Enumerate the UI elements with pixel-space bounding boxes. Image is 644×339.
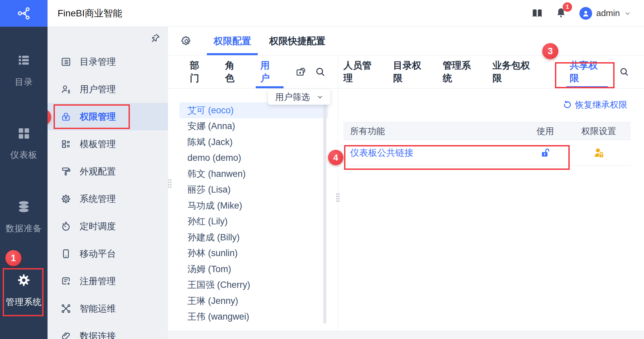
menu-item-user-mgmt[interactable]: 用户管理 [48, 76, 168, 103]
menu-item-system-mgmt[interactable]: 系统管理 [48, 185, 168, 213]
menu-item-label: 外观配置 [80, 165, 116, 178]
user-permission-setting-icon[interactable] [593, 147, 605, 158]
menu-item-label: 权限管理 [80, 111, 116, 123]
menu-item-permission-mgmt[interactable]: 权限管理 [48, 103, 168, 130]
user-filter-label: 用户筛选 [275, 91, 310, 103]
app-title: FineBI商业智能 [58, 7, 122, 20]
phone-icon [61, 248, 71, 259]
admin-menu-panel: 目录管理 用户管理 权限管理 模板管理 [48, 27, 168, 339]
user-list-item[interactable]: 马功成 (Mike) [179, 198, 328, 214]
menu-item-data-connection[interactable]: 数据连接 [48, 322, 168, 339]
database-icon [17, 200, 31, 214]
user-list-item[interactable]: 汤姆 (Tom) [179, 261, 328, 277]
rail-item-label: 仪表板 [0, 149, 48, 161]
user-list-scrollbar[interactable] [323, 97, 326, 324]
menu-item-label: 用户管理 [80, 83, 116, 95]
user-list-item[interactable]: 丽莎 (Lisa) [179, 182, 328, 198]
tab-personnel-mgmt[interactable]: 人员管理 [343, 55, 378, 88]
carrier-panel: 部门 角色 用户 用户筛选 [168, 55, 338, 331]
user-list-item[interactable]: 艾可 (eoco) [179, 102, 328, 118]
user-list: 艾可 (eoco) 安娜 (Anna) 陈斌 (Jack) demo (demo… [168, 102, 338, 325]
template-icon [61, 139, 71, 149]
user-list-item[interactable]: 陈斌 (Jack) [179, 134, 328, 150]
tab-admin-system[interactable]: 管理系统 [443, 55, 478, 88]
user-list-item[interactable]: 孙建成 (Billy) [179, 229, 328, 245]
user-list-item[interactable]: demo (demo) [179, 150, 328, 166]
settings-gear-icon[interactable] [181, 35, 192, 47]
user-list-item[interactable]: 王伟 (wangwei) [179, 309, 328, 325]
user-filter-dropdown[interactable]: 用户筛选 [268, 89, 330, 105]
top-bar: FineBI商业智能 1 admin [0, 0, 644, 27]
tab-department[interactable]: 部门 [190, 55, 208, 88]
search-icon[interactable] [315, 67, 326, 77]
paperclip-icon [61, 331, 71, 339]
rail-item-directory[interactable]: 目录 [0, 53, 48, 88]
dashboard-public-link[interactable]: 仪表板公共链接 [350, 148, 413, 158]
user-list-item[interactable]: 安娜 (Anna) [179, 118, 328, 134]
main-content: 权限配置 权限快捷配置 部门 角色 用户 [168, 27, 644, 339]
user-menu[interactable]: admin [579, 7, 631, 20]
menu-item-label: 系统管理 [80, 193, 116, 205]
tab-package-permission[interactable]: 业务包权限 [492, 55, 536, 88]
rail-item-label: 数据准备 [0, 223, 48, 234]
menu-item-template-mgmt[interactable]: 模板管理 [48, 130, 168, 158]
panel-drag-handle[interactable] [167, 179, 172, 189]
notification-count-badge: 1 [563, 2, 572, 12]
rail-item-label: 目录 [0, 76, 48, 88]
rail-item-admin-system[interactable]: 管理系统 [0, 273, 48, 308]
chevron-down-icon [624, 10, 631, 17]
permission-panel: 人员管理 目录权限 管理系统 业务包权限 共享权限 恢复继承权限 所有功能 [338, 55, 644, 331]
menu-item-registration[interactable]: 注册管理 [48, 267, 168, 295]
table-header: 所有功能 使用 权限设置 [343, 122, 631, 140]
user-list-item[interactable]: 王国强 (Cherry) [179, 277, 328, 293]
permission-table: 所有功能 使用 权限设置 仪表板公共链接 [343, 122, 631, 165]
menu-item-mobile-platform[interactable]: 移动平台 [48, 240, 168, 267]
rail-item-dashboard[interactable]: 仪表板 [0, 126, 48, 161]
panel-drag-handle[interactable] [335, 193, 340, 203]
tab-user[interactable]: 用户 [260, 55, 279, 88]
help-book-icon[interactable] [532, 8, 543, 19]
menu-item-label: 模板管理 [80, 138, 116, 150]
user-name: admin [596, 8, 620, 18]
permission-config-header: 权限配置 权限快捷配置 [168, 27, 644, 55]
tab-share-permission[interactable]: 共享权限 [570, 55, 605, 88]
menu-item-intelligent-ops[interactable]: 智能运维 [48, 295, 168, 322]
permission-carrier-icon[interactable] [296, 67, 306, 77]
rail-item-data-prep[interactable]: 数据准备 [0, 199, 48, 234]
left-rail: 目录 仪表板 数据准备 管理系统 1 [0, 27, 48, 339]
table-row: 仪表板公共链接 [343, 140, 631, 165]
tab-permission-quick-config[interactable]: 权限快捷配置 [269, 27, 325, 55]
user-list-item[interactable]: 孙林 (sunlin) [179, 245, 328, 261]
user-list-item[interactable]: 王琳 (Jenny) [179, 293, 328, 309]
menu-item-schedule[interactable]: 定时调度 [48, 213, 168, 240]
search-icon[interactable] [619, 67, 629, 77]
undo-icon [563, 100, 572, 109]
stopwatch-icon [61, 221, 71, 232]
admin-menu: 目录管理 用户管理 权限管理 模板管理 [48, 48, 168, 339]
user-list-item[interactable]: 孙红 (Lily) [179, 214, 328, 230]
paint-roller-icon [61, 166, 71, 177]
unpin-icon[interactable] [150, 33, 161, 43]
unlock-icon[interactable] [540, 147, 551, 158]
rail-item-label: 管理系统 [0, 296, 48, 308]
tab-directory-permission[interactable]: 目录权限 [393, 55, 428, 88]
menu-item-label: 定时调度 [80, 220, 116, 232]
tab-role[interactable]: 角色 [225, 55, 243, 88]
tab-permission-config[interactable]: 权限配置 [214, 27, 251, 55]
chevron-down-icon [317, 94, 323, 100]
carrier-tabs: 部门 角色 用户 [168, 55, 338, 89]
menu-item-directory-mgmt[interactable]: 目录管理 [48, 48, 168, 76]
column-header-use: 使用 [524, 125, 567, 137]
lock-icon [61, 111, 71, 122]
app-logo[interactable] [0, 0, 48, 27]
column-header-setting: 权限设置 [567, 125, 631, 137]
notifications[interactable]: 1 [556, 7, 566, 20]
user-list-item[interactable]: 韩文 (hanwen) [179, 166, 328, 182]
doc-plus-icon [61, 276, 71, 287]
menu-item-label: 数据连接 [80, 330, 116, 339]
directory-list-icon [17, 53, 31, 67]
network-nodes-icon [61, 303, 71, 314]
menu-item-appearance[interactable]: 外观配置 [48, 158, 168, 185]
restore-inherited-permission[interactable]: 恢复继承权限 [338, 98, 644, 111]
person-icon [581, 9, 590, 18]
